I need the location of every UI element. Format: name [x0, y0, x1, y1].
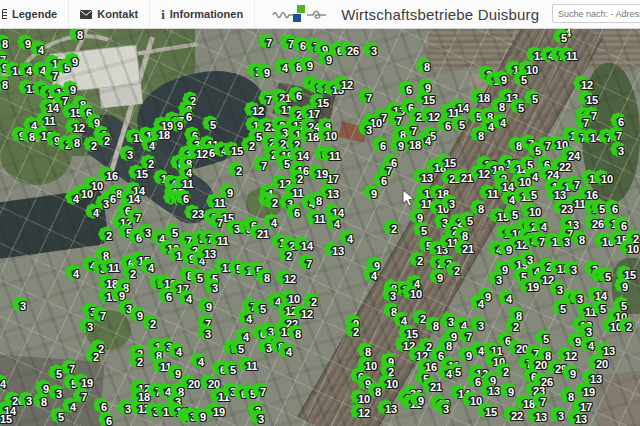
map-marker[interactable]: 11 [273, 100, 289, 116]
map-marker[interactable]: 3 [18, 391, 34, 407]
map-marker[interactable]: 11 [206, 193, 222, 209]
map-marker[interactable]: 11 [100, 258, 116, 274]
map-marker[interactable]: 8 [66, 133, 82, 149]
map-marker[interactable]: 11 [238, 356, 254, 372]
map-marker[interactable]: 9 [198, 297, 214, 313]
map-marker[interactable]: 15 [489, 207, 505, 223]
map-marker[interactable]: 4 [278, 342, 294, 358]
map-marker[interactable]: 13 [527, 407, 543, 423]
map-marker[interactable]: 9 [493, 70, 509, 86]
map-marker[interactable]: 5 [523, 185, 539, 201]
map-marker[interactable]: 21 [454, 239, 470, 255]
map-marker[interactable]: 3 [550, 406, 566, 422]
map-marker[interactable]: 4 [470, 294, 486, 310]
map-marker[interactable]: 7 [127, 208, 143, 224]
map-marker[interactable]: 5 [50, 407, 66, 423]
map-marker[interactable]: 9 [390, 136, 406, 152]
map-marker[interactable]: 9 [498, 240, 514, 256]
map-marker[interactable]: 5 [597, 267, 613, 283]
map-marker[interactable]: 8 [256, 268, 272, 284]
map-marker[interactable]: 4 [339, 229, 355, 245]
map-marker[interactable]: 7 [532, 392, 548, 408]
map-marker[interactable]: 18 [470, 88, 486, 104]
map-marker[interactable]: 8 [0, 34, 10, 50]
search-input[interactable] [552, 4, 640, 23]
map-canvas[interactable]: 8894115979104478154131397814156114129981… [0, 28, 640, 426]
map-marker[interactable]: 8 [491, 97, 507, 113]
map-marker[interactable]: 3 [435, 399, 451, 415]
map-marker[interactable]: 2 [241, 136, 257, 152]
map-marker[interactable]: 7 [253, 156, 269, 172]
map-marker[interactable]: 6 [98, 411, 114, 426]
map-marker[interactable]: 5 [535, 329, 551, 345]
map-marker[interactable]: 10 [462, 391, 478, 407]
map-marker[interactable]: 9 [256, 63, 272, 79]
map-marker[interactable]: 13 [377, 399, 393, 415]
map-marker[interactable]: 21 [453, 168, 469, 184]
map-marker[interactable]: 4 [65, 264, 81, 280]
map-marker[interactable]: 4 [533, 217, 549, 233]
map-marker[interactable]: 9 [318, 50, 334, 66]
map-marker[interactable]: 19 [205, 402, 221, 418]
map-marker[interactable]: 13 [480, 381, 496, 397]
map-marker[interactable]: 4 [238, 309, 254, 325]
map-marker[interactable]: 10 [593, 169, 609, 185]
map-marker[interactable]: 3 [358, 120, 374, 136]
map-marker[interactable]: 15 [223, 141, 239, 157]
map-marker[interactable]: 2 [228, 161, 244, 177]
map-marker[interactable]: 2 [345, 322, 361, 338]
map-marker[interactable]: 15 [436, 153, 452, 169]
map-marker[interactable]: 3 [119, 145, 135, 161]
map-marker[interactable]: 10 [402, 284, 418, 300]
map-marker[interactable]: 12 [420, 107, 436, 123]
nav-item-informationen[interactable]: i Informationen [150, 0, 255, 28]
map-marker[interactable]: 3 [441, 194, 457, 210]
map-marker[interactable]: 9 [410, 391, 426, 407]
map-marker[interactable]: 2 [446, 261, 462, 277]
map-marker[interactable]: 9 [500, 382, 516, 398]
map-marker[interactable]: 11 [306, 209, 322, 225]
map-marker[interactable]: 5 [202, 115, 218, 131]
map-marker[interactable]: 15 [415, 90, 431, 106]
map-marker[interactable]: 7 [209, 213, 225, 229]
map-marker[interactable]: 12 [65, 118, 81, 134]
map-marker[interactable]: 6 [604, 199, 620, 215]
map-marker[interactable]: 3 [250, 409, 266, 425]
map-marker[interactable]: 6 [286, 203, 302, 219]
map-marker[interactable]: 2 [278, 246, 294, 262]
map-marker[interactable]: 19 [575, 382, 591, 398]
map-marker[interactable]: 8 [571, 230, 587, 246]
map-marker[interactable]: 9 [562, 364, 578, 380]
map-marker[interactable]: 8 [470, 126, 486, 142]
map-marker[interactable]: 11 [439, 233, 455, 249]
map-marker[interactable]: 4 [168, 342, 184, 358]
map-marker[interactable]: 4 [263, 213, 279, 229]
map-marker[interactable]: 15 [309, 93, 325, 109]
map-marker[interactable]: 3 [470, 316, 486, 332]
map-marker[interactable]: 26 [339, 41, 355, 57]
map-marker[interactable]: 5 [189, 268, 205, 284]
map-marker[interactable]: 5 [413, 221, 429, 237]
map-marker[interactable]: 7 [298, 254, 314, 270]
map-marker[interactable]: 3 [12, 296, 28, 312]
map-marker[interactable]: 8 [69, 28, 85, 41]
map-marker[interactable]: 9 [429, 268, 445, 284]
map-marker[interactable]: 12 [470, 164, 486, 180]
map-marker[interactable]: 13 [413, 168, 429, 184]
map-marker[interactable]: 5 [230, 339, 246, 355]
map-marker[interactable]: 3 [382, 286, 398, 302]
map-marker[interactable]: 7 [258, 33, 274, 49]
map-marker[interactable]: 9 [64, 52, 80, 68]
map-marker[interactable]: 14 [582, 128, 598, 144]
map-marker[interactable]: 8 [287, 324, 303, 340]
map-marker[interactable]: 10 [619, 239, 635, 255]
map-marker[interactable]: 5 [513, 70, 529, 86]
map-marker[interactable]: 20 [588, 354, 604, 370]
map-marker[interactable]: 20 [508, 339, 524, 355]
map-marker[interactable]: 4 [65, 189, 81, 205]
map-marker[interactable]: 23 [553, 199, 569, 215]
map-marker[interactable]: 12 [350, 403, 366, 419]
map-marker[interactable]: 2 [409, 251, 425, 267]
map-marker[interactable]: 3 [204, 278, 220, 294]
map-marker[interactable]: 15 [0, 409, 8, 425]
